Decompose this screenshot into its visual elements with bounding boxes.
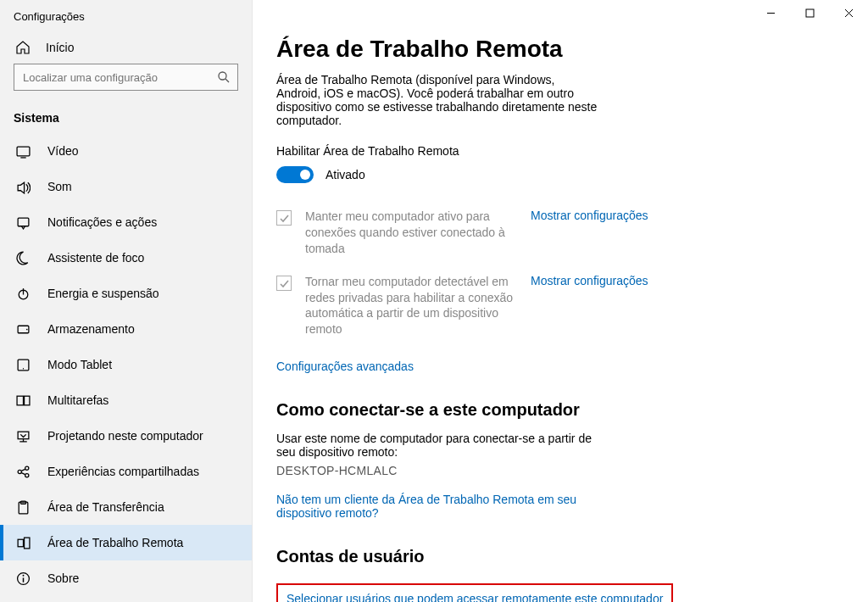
nav-item-tablet[interactable]: Modo Tablet [0, 347, 252, 382]
shared-icon [15, 464, 31, 479]
nav-item-label: Vídeo [47, 144, 79, 158]
home-label: Início [46, 41, 74, 54]
option1-settings-link[interactable]: Mostrar configurações [531, 209, 666, 222]
enable-toggle[interactable] [276, 166, 314, 183]
connect-heading: Como conectar-se a este computador [276, 400, 844, 420]
sidebar: Configurações Início Sistema VídeoSomNot… [0, 0, 253, 602]
option1-checkbox[interactable] [276, 210, 292, 226]
select-users-link[interactable]: Selecionar usuários que podem acessar re… [287, 592, 663, 602]
enable-label: Habilitar Área de Trabalho Remota [276, 144, 844, 158]
project-icon [15, 428, 31, 443]
option2-text: Tornar meu computador detectável em rede… [305, 274, 526, 338]
option2-checkbox[interactable] [276, 276, 292, 291]
nav-item-label: Som [47, 180, 72, 193]
nav-item-label: Assistente de foco [47, 251, 144, 265]
option1-text: Manter meu computador ativo para conexõe… [305, 209, 526, 257]
nav-item-clipboard[interactable]: Área de Transferência [0, 489, 252, 525]
nav-item-project[interactable]: Projetando neste computador [0, 418, 252, 454]
multitask-icon [15, 393, 31, 408]
nav-item-label: Multitarefas [47, 393, 108, 407]
page-title: Área de Trabalho Remota [276, 36, 844, 63]
nav-item-multitask[interactable]: Multitarefas [0, 382, 252, 418]
nav-item-label: Modo Tablet [47, 358, 112, 371]
nav-item-sound[interactable]: Som [0, 169, 252, 204]
main-content: Área de Trabalho Remota Área de Trabalho… [253, 0, 868, 602]
close-button[interactable] [829, 0, 868, 25]
nav-item-label: Notificações e ações [47, 215, 157, 229]
focus-icon [15, 250, 31, 265]
nav-item-label: Sobre [47, 571, 79, 585]
group-label: Sistema [0, 99, 252, 133]
pc-name: DESKTOP-HCMLALC [276, 464, 844, 477]
nav-item-storage[interactable]: Armazenamento [0, 311, 252, 347]
toggle-state: Ativado [326, 168, 365, 181]
minimize-button[interactable] [751, 0, 790, 25]
nav-item-about[interactable]: Sobre [0, 560, 252, 596]
nav-item-focus[interactable]: Assistente de foco [0, 240, 252, 276]
clipboard-icon [15, 499, 31, 515]
nav-item-label: Área de Transferência [47, 500, 164, 514]
no-client-link[interactable]: Não tem um cliente da Área de Trabalho R… [276, 493, 576, 520]
nav-item-remote[interactable]: Área de Trabalho Remota [0, 525, 252, 560]
nav-item-label: Energia e suspensão [47, 287, 159, 300]
nav-item-label: Experiências compartilhadas [47, 465, 199, 478]
nav-item-power[interactable]: Energia e suspensão [0, 276, 252, 311]
nav-item-label: Armazenamento [47, 322, 135, 336]
search-input[interactable] [21, 70, 217, 85]
notifications-icon [15, 215, 31, 230]
home-icon [15, 40, 31, 55]
titlebar [751, 0, 868, 25]
video-icon [15, 143, 31, 159]
search-icon [217, 70, 231, 84]
highlight-box: Selecionar usuários que podem acessar re… [276, 583, 673, 602]
nav-item-label: Projetando neste computador [47, 429, 203, 443]
page-description: Área de Trabalho Remota (disponível para… [276, 73, 598, 127]
tablet-icon [15, 357, 31, 372]
nav-item-shared[interactable]: Experiências compartilhadas [0, 454, 252, 489]
connect-helper: Usar este nome de computador para conect… [276, 432, 598, 459]
sound-icon [15, 179, 31, 194]
remote-icon [15, 535, 31, 550]
users-heading: Contas de usuário [276, 547, 844, 566]
nav-list: VídeoSomNotificações e açõesAssistente d… [0, 133, 252, 596]
storage-icon [15, 321, 31, 337]
maximize-button[interactable] [790, 0, 829, 25]
home-button[interactable]: Início [0, 31, 252, 64]
app-title: Configurações [0, 10, 252, 31]
nav-item-notifications[interactable]: Notificações e ações [0, 204, 252, 240]
nav-item-video[interactable]: Vídeo [0, 133, 252, 169]
nav-item-label: Área de Trabalho Remota [47, 536, 183, 549]
power-icon [15, 286, 31, 301]
about-icon [15, 571, 31, 586]
advanced-settings-link[interactable]: Configurações avançadas [276, 360, 414, 373]
option2-settings-link[interactable]: Mostrar configurações [531, 274, 666, 287]
search-box[interactable] [14, 64, 238, 91]
